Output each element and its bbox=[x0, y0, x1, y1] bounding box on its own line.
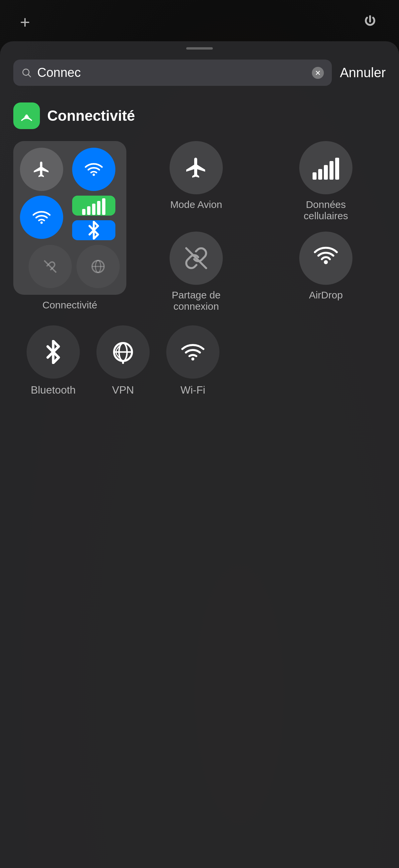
cc-cell-btn[interactable] bbox=[72, 196, 115, 216]
icon-item-wifi[interactable]: Wi-Fi bbox=[166, 326, 220, 396]
section-connectivite: Connectivité bbox=[0, 102, 399, 396]
cc-tile[interactable]: Connectivité bbox=[13, 141, 126, 311]
icon-item-bluetooth[interactable]: Bluetooth bbox=[27, 326, 80, 396]
cell-signal-icon bbox=[312, 156, 339, 180]
search-row: Connec Annuler bbox=[0, 60, 399, 86]
airdrop-label: AirDrop bbox=[309, 289, 343, 301]
mode-avion-circle[interactable] bbox=[170, 141, 223, 194]
icon-item-vpn[interactable]: VPN bbox=[96, 326, 149, 396]
airplane-large-icon bbox=[184, 156, 208, 180]
cc-airplane-btn[interactable] bbox=[20, 148, 63, 191]
power-icon bbox=[363, 14, 377, 30]
cc-tree-btn[interactable] bbox=[76, 245, 120, 288]
cc-bottom-row bbox=[20, 245, 120, 288]
vpn-label: VPN bbox=[112, 384, 134, 396]
svg-point-5 bbox=[93, 174, 95, 176]
wifi-circle[interactable] bbox=[166, 326, 220, 379]
cc-wifi-btn[interactable] bbox=[20, 196, 63, 239]
bottom-icons-row: Bluetooth VPN bbox=[13, 326, 386, 396]
donnees-cellulaires-label: Données cellulaires bbox=[304, 199, 348, 222]
donnees-cellulaires-circle[interactable] bbox=[299, 141, 353, 194]
cc-tile-label: Connectivité bbox=[13, 300, 126, 311]
svg-point-12 bbox=[324, 260, 328, 264]
airdrop-icon bbox=[314, 246, 338, 270]
airplane-icon bbox=[32, 160, 51, 179]
section-app-icon bbox=[13, 102, 40, 129]
globe-tree-icon bbox=[90, 258, 106, 275]
bluetooth-icon bbox=[41, 340, 65, 364]
search-input-wrap[interactable]: Connec bbox=[13, 60, 332, 86]
icon-item-airdrop[interactable]: AirDrop bbox=[266, 231, 386, 312]
cc-link-btn[interactable] bbox=[29, 245, 72, 288]
vpn-circle[interactable] bbox=[96, 326, 149, 379]
vpn-icon bbox=[111, 340, 135, 364]
bottom-sheet: Connec Annuler Connectivité bbox=[0, 41, 399, 868]
wifi-waves-icon bbox=[85, 160, 103, 179]
bluetooth-circle[interactable] bbox=[27, 326, 80, 379]
icon-item-mode-avion[interactable]: Mode Avion bbox=[136, 141, 256, 222]
cc-wifi-tile-btn[interactable] bbox=[72, 148, 115, 191]
sheet-handle bbox=[186, 47, 213, 50]
search-clear-button[interactable] bbox=[312, 67, 324, 79]
bluetooth-label: Bluetooth bbox=[31, 384, 75, 396]
partage-connexion-circle[interactable] bbox=[170, 231, 223, 285]
link-off-icon bbox=[42, 258, 58, 275]
top-bar: + bbox=[0, 0, 399, 38]
connectivity-icon bbox=[19, 108, 34, 123]
section-header: Connectivité bbox=[13, 102, 386, 129]
wifi-large-icon bbox=[181, 340, 205, 364]
svg-point-6 bbox=[40, 222, 43, 224]
results-grid: Connectivité Mode Avion bbox=[13, 141, 386, 312]
power-button[interactable] bbox=[361, 13, 379, 31]
cancel-button[interactable]: Annuler bbox=[340, 65, 386, 80]
partage-connexion-label: Partage de connexion bbox=[172, 289, 221, 312]
bluetooth-small-icon bbox=[85, 221, 103, 240]
add-button[interactable]: + bbox=[20, 13, 30, 31]
airdrop-circle[interactable] bbox=[299, 231, 353, 285]
icon-item-partage-connexion[interactable]: Partage de connexion bbox=[136, 231, 256, 312]
wifi-icon bbox=[32, 208, 51, 226]
svg-line-1 bbox=[28, 74, 31, 77]
svg-point-16 bbox=[192, 358, 195, 361]
section-title: Connectivité bbox=[47, 107, 135, 124]
icon-item-donnees-cellulaires[interactable]: Données cellulaires bbox=[266, 141, 386, 222]
cc-bluetooth-btn[interactable] bbox=[72, 220, 115, 240]
search-icon bbox=[21, 67, 32, 78]
signal-bars-icon bbox=[82, 196, 105, 215]
search-input[interactable]: Connec bbox=[37, 66, 306, 80]
right-icons: Mode Avion Données cellulaires bbox=[136, 141, 386, 312]
mode-avion-label: Mode Avion bbox=[170, 199, 222, 210]
link-off-large-icon bbox=[184, 246, 208, 270]
wifi-label: Wi-Fi bbox=[180, 384, 205, 396]
